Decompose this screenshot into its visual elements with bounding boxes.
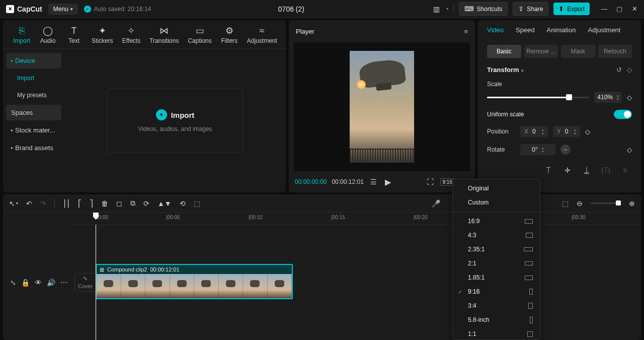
tool-tab-import[interactable]: ⎘Import <box>9 23 34 48</box>
tool-tab-audio[interactable]: ◯Audio <box>35 23 60 48</box>
visibility-icon[interactable]: 👁 <box>35 279 42 287</box>
inspector-tab-speed[interactable]: Speed <box>516 26 535 38</box>
shortcuts-button[interactable]: ⌨ Shortcuts <box>459 2 508 16</box>
side-item-stock[interactable]: ▸Stock mater... <box>6 122 61 138</box>
zoom-out-button[interactable]: ⊖ <box>577 199 583 208</box>
share-button[interactable]: ⇪ Share <box>513 2 548 16</box>
tool-tab-filters[interactable]: ⚙Filters <box>217 23 242 48</box>
collapse-icon[interactable]: ▴ <box>521 67 524 73</box>
minimize-button[interactable]: — <box>601 6 608 13</box>
trim-left-tool[interactable]: ⎡ <box>78 199 82 208</box>
side-item-spaces[interactable]: Spaces <box>6 105 61 120</box>
clip-thumbnail <box>121 274 146 299</box>
lock-icon[interactable]: 🔒 <box>21 279 30 287</box>
rotate-tool[interactable]: ⟲ <box>180 199 186 208</box>
position-y-input[interactable]: Y0▴▾ <box>553 126 581 137</box>
maximize-button[interactable]: ▢ <box>616 6 623 13</box>
tool-tab-stickers[interactable]: ✦Stickers <box>88 23 117 48</box>
keyframe-icon[interactable]: ◇ <box>627 66 632 74</box>
chevron-down-icon[interactable]: ▾ <box>446 7 448 11</box>
rotate-ccw-button[interactable]: − <box>560 145 571 155</box>
duplicate-tool[interactable]: ⧉ <box>130 199 135 208</box>
side-item-brand[interactable]: ▸Brand assets <box>6 140 61 156</box>
ratio-option-original[interactable]: Original <box>453 181 540 195</box>
adjustment-icon: ≈ <box>260 25 265 36</box>
export-button[interactable]: ⬆ Export <box>553 3 590 15</box>
inspector-subtab-mask[interactable]: Mask <box>561 45 595 58</box>
tool-tab-adjustment[interactable]: ≈Adjustment <box>243 23 281 48</box>
inspector-tab-animation[interactable]: Animation <box>547 26 576 38</box>
tool-tab-captions[interactable]: ▭Captions <box>184 23 215 48</box>
tool-tab-effects[interactable]: ✧Effects <box>118 23 144 48</box>
inspector-subtabs: BasicRemove ...MaskRetouch <box>478 38 641 58</box>
ratio-option-1-85-1[interactable]: 1.85:1 <box>453 270 540 285</box>
keyframe-icon[interactable]: ◇ <box>627 146 632 154</box>
ratio-option-2-35-1[interactable]: 2.35:1 <box>453 242 540 256</box>
keyframe-icon[interactable]: ◇ <box>627 94 632 101</box>
inspector-tab-video[interactable]: Video <box>487 26 504 38</box>
redo-button[interactable]: ↷ <box>40 199 46 208</box>
rotate-input[interactable]: 0°▴▾ <box>520 144 555 155</box>
zoom-in-button[interactable]: ⊕ <box>629 199 635 208</box>
side-item-device[interactable]: ▸Device <box>6 53 61 69</box>
expand-icon[interactable]: ⤡ <box>10 279 16 287</box>
ratio-option-5-8-inch[interactable]: 5.8-inch <box>453 313 540 327</box>
divider <box>453 5 454 14</box>
mic-button[interactable]: 🎤 <box>432 199 440 208</box>
ratio-option-9-16[interactable]: ✓9:16 <box>453 285 540 299</box>
side-item-my-presets[interactable]: My presets <box>6 88 61 103</box>
focus-icon[interactable]: ⛶ <box>425 176 435 187</box>
align-middle-icon[interactable]: ✛ <box>560 164 575 176</box>
scale-slider[interactable] <box>487 97 589 98</box>
import-dropzone[interactable]: +Import Videos, audios, and images <box>64 49 286 192</box>
inspector-subtab-retouch[interactable]: Retouch <box>598 45 632 58</box>
ratio-option-3-4[interactable]: 3:4 <box>453 299 540 313</box>
inspector-subtab-remove-[interactable]: Remove ... <box>524 45 558 58</box>
ratio-option-custom[interactable]: Custom <box>453 195 540 210</box>
align-bottom-icon[interactable]: ⟘ <box>580 164 594 176</box>
close-button[interactable]: ✕ <box>631 6 638 13</box>
speed-tool[interactable]: ⟳ <box>143 199 149 208</box>
mirror-tool[interactable]: ▲▼ <box>157 199 172 208</box>
play-button[interactable]: ▶ <box>383 176 392 188</box>
marker-tool[interactable]: ◻ <box>116 199 122 208</box>
inspector-subtab-basic[interactable]: Basic <box>487 45 521 58</box>
timeline-clip[interactable]: ⊞ Compound clip2 00:00:12:01 <box>96 264 293 299</box>
crop-tool[interactable]: ⬚ <box>194 199 200 208</box>
clip-thumbnail <box>268 274 292 299</box>
zoom-slider[interactable] <box>591 202 621 204</box>
delete-tool[interactable]: 🗑 <box>101 199 108 208</box>
timeline-ruler[interactable]: 00:00|00:05|00:10|00:15|00:20|00:30 <box>71 213 641 225</box>
player-panel: Player ≡ 00:00:00:00 00:00:12:01 ☰ ▶ ⛶ 9… <box>289 20 475 192</box>
list-icon[interactable]: ☰ <box>369 176 378 187</box>
inspector-tab-adjustment[interactable]: Adjustment <box>588 26 620 38</box>
scale-input[interactable]: 410%▴▾ <box>594 92 622 103</box>
more-icon[interactable]: ⋯ <box>60 279 67 287</box>
mute-icon[interactable]: 🔊 <box>47 279 55 287</box>
ratio-option-16-9[interactable]: 16:9 <box>453 214 540 228</box>
position-x-input[interactable]: X0▴▾ <box>520 126 548 137</box>
align-top-icon[interactable]: ⟙ <box>541 164 555 176</box>
ratio-option-4-3[interactable]: 4:3 <box>453 228 540 242</box>
reset-icon[interactable]: ↺ <box>616 66 622 74</box>
selection-tool[interactable]: ↖ ▾ <box>9 199 18 208</box>
tool-tab-transitions[interactable]: ⋈Transitions <box>145 23 183 48</box>
undo-button[interactable]: ↶ <box>26 199 32 208</box>
side-item-import[interactable]: Import <box>6 71 61 86</box>
menu-button[interactable]: Menu ▾ <box>48 4 78 15</box>
ratio-option-1-1[interactable]: 1:1 <box>453 327 540 340</box>
trim-right-tool[interactable]: ⎤ <box>90 199 93 208</box>
playhead[interactable] <box>96 225 96 340</box>
split-tool[interactable]: ⎮⎮ <box>63 199 70 208</box>
tool-tab-text[interactable]: TText <box>61 23 87 48</box>
layout-icon[interactable]: ▥ <box>432 4 441 15</box>
keyframe-icon[interactable]: ◇ <box>585 128 590 135</box>
player-title: Player <box>296 28 314 35</box>
track-toggle-icon[interactable]: ⬚ <box>562 199 569 208</box>
player-viewport[interactable] <box>294 42 470 171</box>
timeline-tracks[interactable]: ⊞ Compound clip2 00:00:12:01 <box>71 225 641 340</box>
player-menu-icon[interactable]: ≡ <box>464 28 468 35</box>
ratio-option-2-1[interactable]: 2:1 <box>453 256 540 270</box>
app-name: CapCut <box>17 5 42 13</box>
uniform-scale-toggle[interactable] <box>614 110 632 119</box>
